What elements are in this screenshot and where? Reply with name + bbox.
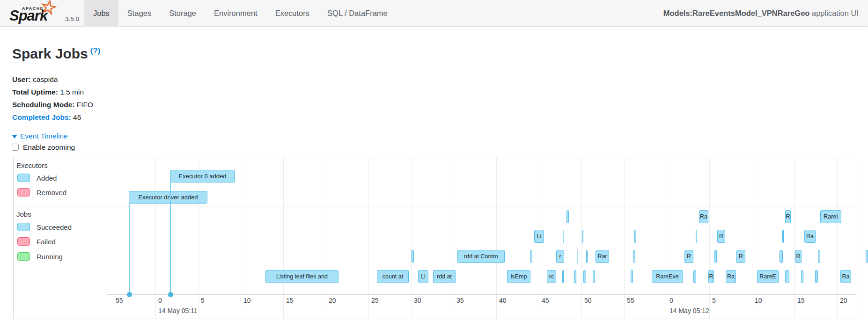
job-event[interactable]: Li xyxy=(534,230,544,243)
job-event[interactable]: RareEve xyxy=(652,270,683,283)
job-event[interactable]: R xyxy=(795,250,802,263)
application-title: Models:RareEventsModel_VPNRareGeo applic… xyxy=(663,0,859,27)
tab-jobs[interactable]: Jobs xyxy=(84,0,118,27)
axis-tick: 20 xyxy=(329,297,336,304)
job-event[interactable]: isEmp xyxy=(507,270,530,283)
job-event[interactable] xyxy=(714,250,717,263)
job-event[interactable] xyxy=(586,250,588,263)
nav-tabs: JobsStagesStorageEnvironmentExecutorsSQL… xyxy=(84,0,397,27)
job-event[interactable]: count at xyxy=(377,270,409,283)
info-value: FIFO xyxy=(74,101,93,109)
enable-zooming-checkbox[interactable] xyxy=(12,144,19,151)
axis-tick: 5 xyxy=(201,297,205,304)
axis-tick: 55 xyxy=(627,297,634,304)
job-event[interactable]: RareE xyxy=(757,270,779,283)
job-event[interactable]: R xyxy=(785,210,791,223)
logo-version: 3.5.0 xyxy=(65,15,79,22)
axis-tick: 15 xyxy=(797,297,805,304)
job-event[interactable] xyxy=(593,270,595,283)
axis-tick: 0 xyxy=(669,297,673,304)
executor-event[interactable]: Executor 0 added xyxy=(170,170,235,182)
legend-item-succeeded: Succeeded xyxy=(17,223,72,231)
job-event[interactable]: RareI xyxy=(820,210,841,223)
legend-item-failed: Failed xyxy=(17,237,56,246)
help-link[interactable]: (?) xyxy=(90,46,101,55)
axis-tick: 55 xyxy=(116,297,123,304)
job-event[interactable] xyxy=(577,250,578,263)
job-event[interactable] xyxy=(634,230,636,243)
job-event[interactable]: R xyxy=(717,230,725,243)
application-title-suffix: application UI xyxy=(809,9,859,17)
job-event[interactable]: Listing leaf files and xyxy=(265,270,338,283)
job-event[interactable] xyxy=(818,250,820,263)
tab-sql-dataframe[interactable]: SQL / DataFrame xyxy=(318,0,397,27)
info-row-user-: User: caspida xyxy=(12,73,93,86)
job-event[interactable]: Rar xyxy=(596,250,609,263)
event-timeline-toggle[interactable]: Event Timeline xyxy=(12,132,68,140)
legend-label: Added xyxy=(37,174,57,182)
legend-section-executors: Executors xyxy=(16,161,48,169)
job-event[interactable] xyxy=(785,270,789,283)
job-event[interactable] xyxy=(562,270,564,283)
job-event[interactable] xyxy=(582,230,583,243)
info-label: Scheduling Mode: xyxy=(12,101,74,109)
job-event[interactable]: R xyxy=(736,250,745,263)
job-event[interactable]: r xyxy=(556,250,564,263)
completed-jobs-link[interactable]: Completed Jobs: xyxy=(12,113,71,121)
tab-stages[interactable]: Stages xyxy=(118,0,160,27)
axis-tick: 40 xyxy=(499,297,507,304)
running-swatch xyxy=(17,252,30,261)
job-event[interactable] xyxy=(633,250,635,263)
job-event[interactable] xyxy=(566,210,569,223)
job-event[interactable] xyxy=(693,270,696,283)
tab-storage[interactable]: Storage xyxy=(160,0,205,27)
enable-zooming-label: Enable zooming xyxy=(23,143,75,151)
job-event[interactable]: R xyxy=(684,250,693,263)
job-event[interactable]: rdd at Contro xyxy=(457,250,505,263)
legend-label: Running xyxy=(37,253,63,261)
job-event[interactable]: R xyxy=(708,270,714,283)
axis-tick: 10 xyxy=(755,297,762,304)
axis-line xyxy=(107,294,856,295)
spark-jobs-page: APACHE Spark ☆ 3.5.0 JobsStagesStorageEn… xyxy=(0,0,868,321)
job-event[interactable] xyxy=(696,230,697,243)
top-nav-bar: APACHE Spark ☆ 3.5.0 JobsStagesStorageEn… xyxy=(0,0,868,27)
job-event[interactable]: Li xyxy=(418,270,428,283)
tab-executors[interactable]: Executors xyxy=(266,0,318,27)
job-event[interactable] xyxy=(631,270,633,283)
job-event[interactable]: Ra xyxy=(804,230,816,243)
info-value: 46 xyxy=(71,113,81,121)
job-event[interactable] xyxy=(782,230,784,243)
executors-jobs-divider xyxy=(14,206,856,206)
axis-date-label: 14 May 05:12 xyxy=(669,307,709,314)
legend-label: Failed xyxy=(37,238,56,246)
job-event[interactable]: rdd at xyxy=(433,270,456,283)
legend-label: Succeeded xyxy=(37,223,72,231)
app-summary: User: caspidaTotal Uptime: 1.5 minSchedu… xyxy=(12,73,93,124)
job-event[interactable] xyxy=(412,250,414,263)
axis-tick: 35 xyxy=(456,297,464,304)
job-event[interactable]: Ra xyxy=(840,270,851,283)
page-title-text: Spark Jobs xyxy=(12,46,88,61)
job-event[interactable] xyxy=(530,250,532,263)
job-event[interactable] xyxy=(574,270,576,283)
job-event[interactable] xyxy=(583,270,586,283)
legend-item-removed: Removed xyxy=(17,188,66,197)
job-event[interactable] xyxy=(780,250,783,263)
legend-item-running: Running xyxy=(17,252,63,261)
job-event[interactable] xyxy=(563,230,564,243)
executor-event[interactable]: Executor driver added xyxy=(129,191,207,204)
job-event[interactable] xyxy=(866,250,868,263)
job-event[interactable] xyxy=(801,270,803,283)
job-event[interactable] xyxy=(815,270,818,283)
tab-environment[interactable]: Environment xyxy=(205,0,266,27)
job-event[interactable]: rc xyxy=(547,270,556,283)
job-event[interactable]: Ra xyxy=(726,270,736,283)
job-event[interactable]: Ra xyxy=(699,210,708,223)
event-timeline-panel xyxy=(13,158,856,319)
axis-tick: 25 xyxy=(371,297,379,304)
removed-swatch xyxy=(17,188,30,197)
info-label: User: xyxy=(12,75,31,83)
added-swatch xyxy=(17,174,30,182)
axis-tick: 30 xyxy=(414,297,421,304)
